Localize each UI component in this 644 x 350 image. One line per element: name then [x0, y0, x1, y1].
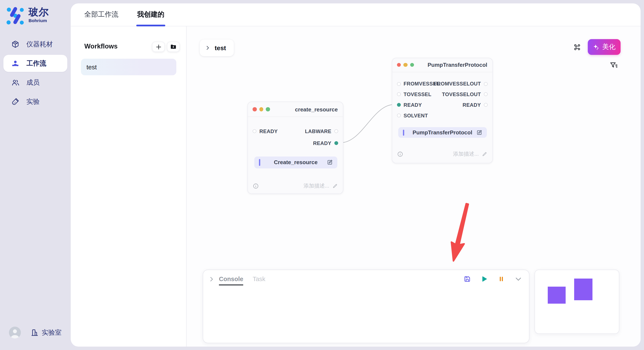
dot-green [266, 107, 270, 111]
command-icon [573, 43, 582, 51]
port-input-solvent[interactable]: SOLVENT [397, 113, 428, 119]
node-action-pump-transfer[interactable]: PumpTransferProtocol [398, 127, 487, 138]
node-create-resource[interactable]: create_resource READY LABWARE READY Crea… [248, 102, 343, 194]
port-handle[interactable] [484, 93, 488, 96]
flow-canvas[interactable]: test 美化 [186, 26, 640, 347]
app-root: 玻尔 Bohrium 仪器耗材 工作流 [0, 0, 644, 350]
port-output-fromvesselout[interactable]: FROMVESSELOUT [434, 81, 488, 87]
folder-import-icon [170, 43, 176, 50]
port-output-ready[interactable]: READY [313, 140, 338, 146]
filter-funnel-icon [609, 61, 618, 70]
port-handle[interactable] [484, 82, 488, 86]
edit-icon[interactable] [476, 130, 482, 136]
pill-accent-bar [403, 130, 404, 136]
node-action-create-resource[interactable]: Create_resource [254, 156, 337, 169]
console-tab[interactable]: Console [219, 270, 243, 288]
logo[interactable]: 玻尔 Bohrium [6, 7, 49, 25]
pause-icon[interactable] [498, 275, 505, 283]
port-label: READY [260, 128, 278, 134]
sparkles-icon [593, 44, 600, 50]
pencil-icon [332, 183, 338, 189]
workspace-switcher[interactable]: 实验室 [30, 328, 62, 337]
console-tab-label: Console [219, 276, 243, 282]
port-input-fromvessel[interactable]: FROMVESSEL [397, 81, 440, 87]
port-input-ready[interactable]: READY [397, 102, 422, 108]
traffic-dots [252, 107, 270, 111]
breadcrumb-label: test [215, 44, 226, 51]
members-icon [11, 78, 20, 87]
sidebar-item-label: 仪器耗材 [26, 40, 53, 49]
workflow-list-item[interactable]: test [81, 59, 176, 75]
task-tab-label: Task [252, 276, 265, 282]
port-handle[interactable] [334, 129, 338, 133]
app-name: 玻尔 [28, 7, 49, 18]
port-label: READY [462, 102, 481, 108]
port-label: SOLVENT [404, 113, 428, 119]
port-output-ready[interactable]: READY [462, 102, 488, 108]
minimap[interactable] [534, 270, 619, 334]
port-label: LABWARE [305, 128, 331, 134]
port-handle[interactable] [397, 93, 400, 96]
console-header: Console Task [203, 270, 529, 288]
sidebar-item-label: 工作流 [26, 59, 46, 68]
description-text: 添加描述... [304, 182, 329, 189]
beautify-button[interactable]: 美化 [588, 39, 620, 55]
chevron-right-icon[interactable] [208, 276, 215, 282]
port-handle-connected[interactable] [397, 103, 400, 107]
sidebar-item-members[interactable]: 成员 [4, 74, 67, 91]
run-icon[interactable] [480, 275, 488, 283]
plus-icon [155, 44, 162, 50]
port-handle[interactable] [484, 103, 488, 107]
description-placeholder[interactable]: 添加描述... [304, 182, 338, 189]
add-workflow-button[interactable] [152, 42, 165, 52]
info-icon[interactable] [397, 151, 403, 157]
tab-label: 全部工作流 [84, 10, 118, 19]
beautify-label: 美化 [602, 42, 616, 51]
console-actions [464, 275, 522, 283]
tab-created-by-me[interactable]: 我创建的 [137, 3, 164, 26]
chevron-right-icon [205, 45, 210, 51]
port-output-labware[interactable]: LABWARE [305, 128, 338, 134]
edge-create-to-pump [341, 105, 394, 143]
tab-all-workflows[interactable]: 全部工作流 [84, 3, 118, 26]
minimap-node-pump-transfer [574, 278, 592, 300]
collapse-chevron-down-icon[interactable] [514, 275, 522, 283]
pencil-icon [482, 151, 488, 157]
workflows-panel: Workflows test [71, 26, 186, 347]
sidebar-item-experiments[interactable]: 实验 [4, 93, 67, 110]
dot-yellow [403, 63, 408, 67]
workflows-panel-title: Workflows [84, 42, 118, 50]
package-icon [11, 40, 20, 48]
filter-button[interactable] [609, 61, 618, 70]
sidebar-item-instruments[interactable]: 仪器耗材 [4, 36, 67, 53]
port-label: READY [313, 140, 331, 146]
dot-red [397, 63, 401, 67]
task-tab[interactable]: Task [252, 270, 265, 288]
sidebar-item-label: 实验 [26, 97, 40, 106]
description-placeholder[interactable]: 添加描述... [453, 150, 488, 158]
port-input-ready[interactable]: READY [252, 128, 278, 134]
port-handle[interactable] [252, 129, 256, 133]
node-pump-transfer-protocol[interactable]: PumpTransferProtocol FROMVESSEL TOVESSEL… [392, 58, 493, 163]
sidebar-item-workflows[interactable]: 工作流 [4, 55, 67, 72]
port-output-tovesselout[interactable]: TOVESSELOUT [442, 91, 488, 97]
workspace-label: 实验室 [42, 328, 62, 337]
import-folder-button[interactable] [167, 42, 180, 52]
port-input-tovessel[interactable]: TOVESSEL [397, 91, 432, 97]
save-icon[interactable] [464, 275, 471, 283]
edit-icon[interactable] [326, 159, 333, 166]
port-handle[interactable] [397, 114, 400, 118]
console-tab-underline [219, 284, 243, 285]
description-text: 添加描述... [453, 150, 479, 158]
port-handle[interactable] [397, 82, 400, 86]
node-header: create_resource [248, 102, 343, 117]
breadcrumb[interactable]: test [200, 39, 234, 56]
traffic-dots [397, 63, 414, 67]
avatar[interactable] [9, 327, 21, 339]
sidebar: 玻尔 Bohrium 仪器耗材 工作流 [0, 0, 71, 350]
dot-red [252, 107, 256, 111]
command-palette-button[interactable] [572, 42, 582, 52]
node-header: PumpTransferProtocol [392, 58, 492, 72]
info-icon[interactable] [252, 183, 259, 189]
port-handle-connected[interactable] [334, 141, 338, 145]
